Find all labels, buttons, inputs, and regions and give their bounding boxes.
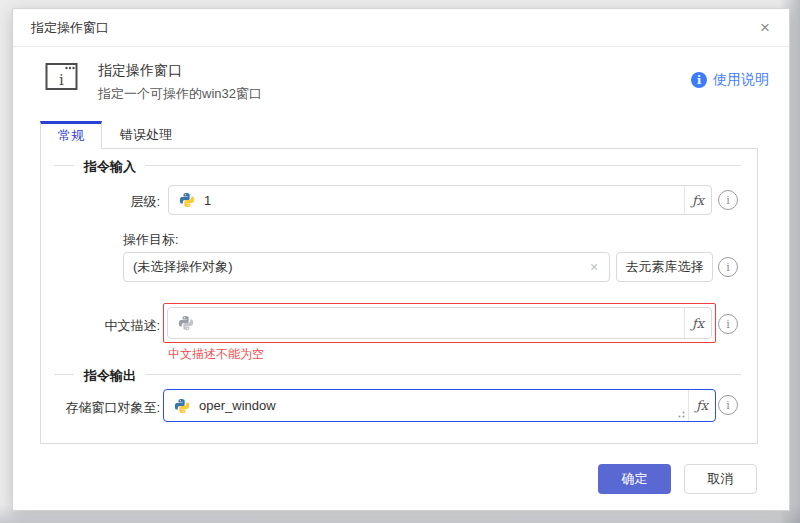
resize-grip-icon[interactable] — [678, 411, 685, 418]
level-field-label: 层级: — [41, 193, 160, 211]
fx-expression-button[interactable]: ƒx — [688, 390, 715, 421]
window-info-icon: i — [45, 61, 78, 91]
specify-window-dialog: 指定操作窗口 × i 指定操作窗口 指定一个可操作的win32窗口 i 使用说明… — [12, 8, 790, 511]
tab-bar: 常规 错误处理 — [40, 121, 190, 149]
python-icon — [179, 192, 195, 208]
info-icon[interactable]: i — [718, 395, 738, 415]
output-variable-input[interactable]: oper_window ƒx — [163, 389, 716, 422]
instruction-title: 指定操作窗口 — [98, 62, 182, 80]
target-input[interactable]: (未选择操作对象) × — [123, 252, 610, 282]
fx-expression-button[interactable]: ƒx — [684, 308, 711, 338]
close-icon[interactable]: × — [753, 16, 777, 40]
dialog-title: 指定操作窗口 — [31, 9, 109, 47]
output-field-label: 存储窗口对象至: — [41, 399, 160, 417]
description-error-outline: ƒx — [163, 303, 716, 343]
info-icon[interactable]: i — [718, 190, 738, 210]
ok-button[interactable]: 确定 — [598, 464, 671, 494]
tab-content-panel: 指令输入 层级: 1 ƒx i 操作目标: (未选择操作对象) × 去元素库选择… — [40, 148, 758, 444]
clear-icon[interactable]: × — [579, 259, 609, 275]
level-value[interactable]: 1 — [204, 193, 684, 208]
help-link[interactable]: i 使用说明 — [691, 71, 769, 89]
target-value[interactable]: (未选择操作对象) — [133, 258, 579, 276]
python-icon-gray — [178, 315, 194, 331]
tab-error-handling[interactable]: 错误处理 — [102, 121, 190, 149]
info-icon[interactable]: i — [718, 257, 738, 277]
svg-text:i: i — [59, 71, 64, 89]
tab-general[interactable]: 常规 — [40, 121, 102, 149]
output-variable-value[interactable]: oper_window — [199, 398, 678, 413]
section-divider — [145, 165, 741, 166]
help-link-label: 使用说明 — [713, 71, 769, 89]
help-info-icon: i — [691, 72, 707, 88]
section-divider — [54, 165, 74, 166]
description-input[interactable]: ƒx — [167, 307, 712, 339]
python-icon — [174, 398, 190, 414]
desktop-background: 指定操作窗口 × i 指定操作窗口 指定一个可操作的win32窗口 i 使用说明… — [0, 0, 800, 523]
level-input[interactable]: 1 ƒx — [168, 185, 712, 215]
instruction-subtitle: 指定一个可操作的win32窗口 — [98, 85, 262, 103]
section-title-output: 指令输出 — [84, 367, 136, 385]
section-divider — [54, 374, 74, 375]
description-error-message: 中文描述不能为空 — [168, 346, 264, 363]
section-divider — [145, 374, 741, 375]
fx-expression-button[interactable]: ƒx — [684, 186, 711, 214]
dialog-titlebar: 指定操作窗口 × — [13, 9, 789, 47]
element-library-button[interactable]: 去元素库选择 — [616, 252, 713, 282]
info-icon[interactable]: i — [718, 314, 738, 334]
cancel-button[interactable]: 取消 — [684, 464, 757, 494]
section-title-input: 指令输入 — [84, 158, 136, 176]
description-field-label: 中文描述: — [41, 317, 160, 335]
target-field-label: 操作目标: — [123, 231, 179, 249]
